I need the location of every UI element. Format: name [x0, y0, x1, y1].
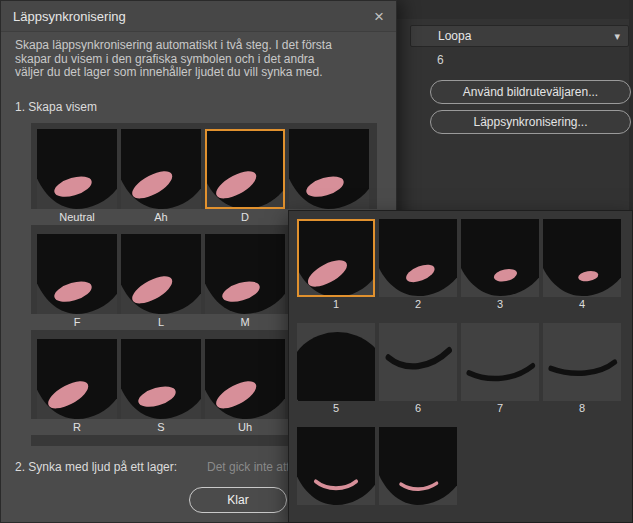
step2-label: 2. Synka med ljud på ett lager: [15, 460, 177, 474]
viseme-tile-label: Neutral [37, 209, 117, 225]
viseme-tile-l[interactable] [121, 234, 201, 314]
frame-tile-5[interactable] [297, 323, 375, 401]
dialog-titlebar[interactable]: Läppsynkronisering × [1, 1, 396, 32]
frame-tile-7[interactable] [461, 323, 539, 401]
viseme-tile-f[interactable] [37, 234, 117, 314]
viseme-tile-label: Ah [121, 209, 201, 225]
frame-tile-label: 6 [379, 401, 457, 415]
viseme-tile-label: M [205, 314, 285, 330]
chevron-down-icon: ▾ [614, 30, 620, 43]
frame-tile-label [297, 505, 375, 519]
animate-app: Loopa ▾ 6 Använd bildruteväljaren... Läp… [0, 0, 633, 523]
viseme-tile-uh[interactable] [205, 339, 285, 419]
frame-picker-popup: 12345678 [288, 210, 633, 523]
description-line: Skapa läppsynkronisering automatiskt i t… [15, 39, 389, 53]
viseme-tile-ah[interactable] [121, 129, 201, 209]
description-line: skapar du visem i den grafiska symbolen … [15, 53, 389, 67]
done-button[interactable]: Klar [189, 487, 287, 513]
dialog-title: Läppsynkronisering [13, 9, 126, 24]
close-icon[interactable]: × [374, 8, 384, 25]
viseme-tile-neutral[interactable] [37, 129, 117, 209]
frame-tile-1[interactable] [297, 219, 375, 297]
frame-tile-label: 7 [461, 401, 539, 415]
viseme-tile-label: S [121, 419, 201, 435]
viseme-tile-label: L [121, 314, 201, 330]
viseme-tile-label: F [37, 314, 117, 330]
viseme-tile-0-3[interactable] [289, 129, 369, 209]
lip-sync-button[interactable]: Läppsynkronisering... [430, 110, 631, 134]
viseme-tile-m[interactable] [205, 234, 285, 314]
step1-label: 1. Skapa visem [15, 100, 97, 114]
frame-tile-label: 5 [297, 401, 375, 415]
frame-tile-label: 8 [543, 401, 621, 415]
frame-tile-8[interactable] [543, 323, 621, 401]
viseme-tile-label: R [37, 419, 117, 435]
frame-tile-label: 3 [461, 297, 539, 311]
frame-tile-label: 4 [543, 297, 621, 311]
frame-tile-2-0[interactable] [297, 427, 375, 505]
frame-tile-3[interactable] [461, 219, 539, 297]
frame-tile-label [379, 505, 457, 519]
frame-tile-label: 2 [379, 297, 457, 311]
frame-tile-label: 1 [297, 297, 375, 311]
loop-select-value: Loopa [438, 29, 471, 43]
frame-picker-grid: 12345678 [289, 219, 632, 519]
frame-tile-2-1[interactable] [379, 427, 457, 505]
loop-select[interactable]: Loopa ▾ [410, 25, 629, 47]
viseme-tile-r[interactable] [37, 339, 117, 419]
description-line: väljer du det lager som innehåller ljude… [15, 66, 389, 80]
viseme-tile-label: D [205, 209, 285, 225]
dialog-description: Skapa läppsynkronisering automatiskt i t… [15, 39, 389, 80]
viseme-tile-label: Uh [205, 419, 285, 435]
frame-tile-6[interactable] [379, 323, 457, 401]
frame-tile-4[interactable] [543, 219, 621, 297]
panel-header-strip [397, 0, 633, 19]
use-frame-picker-button[interactable]: Använd bildruteväljaren... [430, 80, 631, 104]
viseme-tile-s[interactable] [121, 339, 201, 419]
viseme-tile-d[interactable] [205, 129, 285, 209]
frame-tile-2[interactable] [379, 219, 457, 297]
frame-number-value[interactable]: 6 [437, 53, 444, 67]
